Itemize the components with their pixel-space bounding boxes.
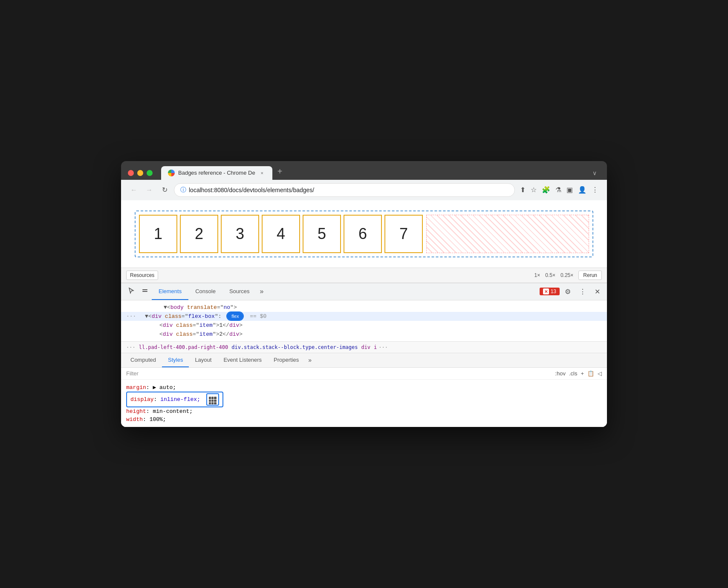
- flex-item-1: 1: [139, 215, 177, 253]
- svg-rect-0: [142, 289, 147, 290]
- tab-console[interactable]: Console: [188, 283, 222, 300]
- margin-rule: margin: ▶ auto;: [126, 383, 602, 392]
- breadcrumb-item-1[interactable]: ll.pad-left-400.pad-right-400: [139, 344, 228, 350]
- flex-box-row[interactable]: ··· ▼<div class="flex-box": flex == $0: [121, 312, 607, 321]
- cursor-icon[interactable]: [124, 285, 138, 298]
- tab-sources[interactable]: Sources: [222, 283, 257, 300]
- more-tabs-button[interactable]: »: [257, 288, 267, 295]
- share-button[interactable]: ⬆: [518, 184, 527, 196]
- url-path: :8080/docs/devtools/elements/badges/: [212, 187, 314, 193]
- styles-tab[interactable]: Styles: [162, 353, 189, 367]
- display-rule[interactable]: display: inline-flex;: [126, 392, 223, 408]
- devtools-tab-bar: Elements Console Sources » ✕ 13 ⚙ ⋮ ✕: [121, 283, 607, 300]
- url-host: localhost: [189, 187, 212, 193]
- tab-title: Badges reference - Chrome De: [178, 170, 255, 176]
- filter-label: Filter: [126, 370, 139, 377]
- breadcrumb-item-3[interactable]: div: [361, 344, 370, 350]
- sidebar-button[interactable]: ◁: [598, 370, 602, 377]
- browser-toolbar: ⬆ ☆ 🧩 ⚗ ▣ 👤 ⋮: [518, 184, 600, 196]
- tab-bar: Badges reference - Chrome De × + ∨: [161, 166, 600, 180]
- zoom-025x[interactable]: 0.25×: [560, 272, 573, 278]
- preview-area: 1 2 3 4 5 6 7: [121, 200, 607, 268]
- svg-rect-1: [142, 291, 147, 292]
- flex-item-6: 6: [344, 215, 382, 253]
- filter-actions: :hov .cls + 📋 ◁: [555, 370, 602, 377]
- breadcrumb: ··· ll.pad-left-400.pad-right-400 div.st…: [121, 341, 607, 353]
- error-x-icon: ✕: [543, 288, 549, 294]
- layout-tab[interactable]: Layout: [189, 353, 217, 367]
- tab-favicon-icon: [168, 170, 175, 176]
- flex-item-4: 4: [262, 215, 300, 253]
- active-tab[interactable]: Badges reference - Chrome De ×: [161, 166, 272, 180]
- url-bar[interactable]: ⓘ localhost:8080/docs/devtools/elements/…: [174, 183, 515, 197]
- flask-button[interactable]: ⚗: [554, 184, 563, 196]
- back-button[interactable]: ←: [128, 184, 140, 196]
- display-flex-icon[interactable]: [206, 393, 219, 406]
- overflow-area: [426, 215, 589, 253]
- flex-item-2: 2: [180, 215, 218, 253]
- minimize-traffic-light[interactable]: [137, 170, 143, 176]
- layers-icon[interactable]: [138, 285, 152, 298]
- item1-row[interactable]: <div class="item">1</div>: [121, 321, 607, 330]
- event-listeners-tab[interactable]: Event Listeners: [217, 353, 268, 367]
- breadcrumb-item-4[interactable]: i: [374, 344, 377, 350]
- devtools-toolbar-row: Resources 1× 0.5× 0.25× Rerun: [121, 268, 607, 283]
- profile-button[interactable]: 👤: [576, 184, 588, 196]
- dom-dots: ···: [126, 313, 136, 320]
- properties-tab[interactable]: Properties: [268, 353, 305, 367]
- more-style-tabs[interactable]: »: [305, 353, 315, 367]
- flex-item-5: 5: [303, 215, 341, 253]
- dom-tree: ▼<body translate="no"> ··· ▼<div class="…: [121, 300, 607, 341]
- error-count: 13: [551, 288, 556, 294]
- traffic-lights: [128, 170, 153, 176]
- devtools-right-actions: ✕ 13 ⚙ ⋮ ✕: [540, 285, 604, 298]
- settings-icon[interactable]: ⚙: [561, 285, 574, 298]
- extensions-button[interactable]: 🧩: [540, 184, 552, 196]
- zoom-1x[interactable]: 1×: [534, 272, 540, 278]
- reload-button[interactable]: ↻: [159, 184, 170, 196]
- flex-item-7: 7: [384, 215, 423, 253]
- close-traffic-light[interactable]: [128, 170, 134, 176]
- error-badge: ✕ 13: [540, 288, 560, 295]
- forward-button[interactable]: →: [143, 184, 155, 196]
- tab-close-button[interactable]: ×: [259, 170, 266, 176]
- url-text: localhost:8080/docs/devtools/elements/ba…: [189, 187, 314, 193]
- close-devtools-button[interactable]: ✕: [591, 285, 604, 298]
- title-bar: Badges reference - Chrome De × + ∨: [121, 161, 607, 180]
- cls-button[interactable]: .cls: [569, 370, 578, 377]
- style-tabs: Computed Styles Layout Event Listeners P…: [121, 353, 607, 368]
- flex-item-3: 3: [221, 215, 259, 253]
- devtools-panel: Elements Console Sources » ✕ 13 ⚙ ⋮ ✕: [121, 283, 607, 427]
- zoom-group: 1× 0.5× 0.25×: [534, 272, 574, 278]
- zoom-05x[interactable]: 0.5×: [545, 272, 555, 278]
- css-rules: margin: ▶ auto; display: inline-flex;: [121, 380, 607, 427]
- computed-tab[interactable]: Computed: [124, 353, 162, 367]
- bookmark-button[interactable]: ☆: [529, 184, 538, 196]
- tab-elements[interactable]: Elements: [152, 283, 188, 300]
- maximize-traffic-light[interactable]: [147, 170, 153, 176]
- security-icon: ⓘ: [180, 186, 186, 194]
- rerun-button[interactable]: Rerun: [578, 271, 602, 280]
- resources-button[interactable]: Resources: [126, 271, 158, 280]
- width-rule: width: 100%;: [126, 415, 602, 424]
- browser-content: 1 2 3 4 5 6 7 Resources 1× 0.5× 0.25× Re…: [121, 200, 607, 427]
- copy-button[interactable]: 📋: [587, 370, 594, 377]
- address-bar: ← → ↻ ⓘ localhost:8080/docs/devtools/ele…: [121, 180, 607, 200]
- breadcrumb-dots-left: ···: [126, 344, 136, 350]
- browser-window: Badges reference - Chrome De × + ∨ ← → ↻…: [121, 161, 607, 427]
- more-button[interactable]: ⋮: [590, 184, 600, 196]
- flex-badge[interactable]: flex: [227, 312, 243, 320]
- breadcrumb-item-2[interactable]: div.stack.stack--block.type.center-image…: [231, 344, 358, 350]
- height-rule: height: min-content;: [126, 407, 602, 415]
- new-tab-button[interactable]: +: [272, 167, 288, 180]
- flex-demo-container: 1 2 3 4 5 6 7: [135, 210, 593, 257]
- item2-row[interactable]: <div class="item">2</div>: [121, 330, 607, 339]
- add-rule-button[interactable]: +: [581, 370, 584, 377]
- more-devtools-button[interactable]: ⋮: [576, 285, 589, 298]
- layout-button[interactable]: ▣: [565, 184, 575, 196]
- body-row[interactable]: ▼<body translate="no">: [121, 303, 607, 312]
- breadcrumb-dots-right: ···: [378, 344, 388, 350]
- tab-dropdown-button[interactable]: ∨: [589, 170, 600, 180]
- flex-items-group: 1 2 3 4 5 6 7: [139, 215, 423, 253]
- hov-button[interactable]: :hov: [555, 370, 566, 377]
